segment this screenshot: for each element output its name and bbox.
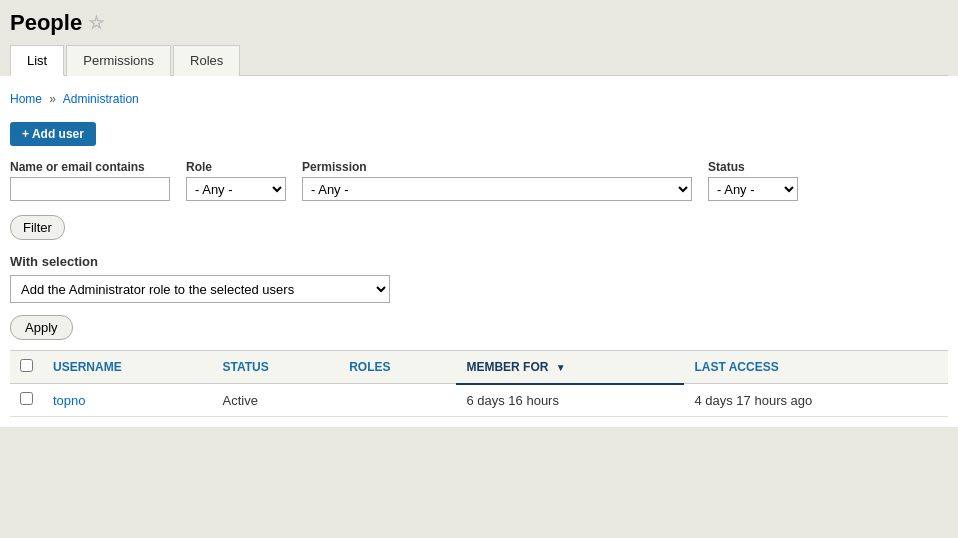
selection-row: Add the Administrator role to the select…: [10, 275, 948, 303]
breadcrumb: Home » Administration: [10, 86, 948, 112]
row-last-access-cell: 4 days 17 hours ago: [684, 384, 948, 417]
row-status-cell: Active: [213, 384, 340, 417]
table-header-member-for[interactable]: MEMBER FOR ▼: [456, 351, 684, 384]
row-username-cell: topno: [43, 384, 213, 417]
star-icon[interactable]: ☆: [88, 12, 104, 34]
add-user-button[interactable]: + Add user: [10, 122, 96, 146]
name-filter-label: Name or email contains: [10, 160, 170, 174]
status-filter-select[interactable]: - Any - Active Blocked: [708, 177, 798, 201]
table-header-last-access: LAST ACCESS: [684, 351, 948, 384]
permission-filter-field: Permission - Any -: [302, 160, 692, 201]
breadcrumb-section-link[interactable]: Administration: [63, 92, 139, 106]
tab-permissions[interactable]: Permissions: [66, 45, 171, 76]
status-filter-field: Status - Any - Active Blocked: [708, 160, 798, 201]
main-content: Home » Administration + Add user Name or…: [0, 76, 958, 427]
table-header-checkbox: [10, 351, 43, 384]
tabs-bar: List Permissions Roles: [10, 44, 948, 76]
table-head: USERNAME STATUS ROLES MEMBER FOR ▼ LAST …: [10, 351, 948, 384]
permission-filter-select[interactable]: - Any -: [302, 177, 692, 201]
table-row: topno Active 6 days 16 hours 4 days 17 h…: [10, 384, 948, 417]
page-title: People ☆: [10, 10, 948, 36]
select-all-checkbox[interactable]: [20, 359, 33, 372]
tab-roles[interactable]: Roles: [173, 45, 240, 76]
apply-button[interactable]: Apply: [10, 315, 73, 340]
users-table: USERNAME STATUS ROLES MEMBER FOR ▼ LAST …: [10, 350, 948, 417]
role-filter-label: Role: [186, 160, 286, 174]
sort-icon: ▼: [556, 362, 566, 373]
with-selection-label: With selection: [10, 254, 948, 269]
table-header-username: USERNAME: [43, 351, 213, 384]
page-title-text: People: [10, 10, 82, 36]
permission-filter-label: Permission: [302, 160, 692, 174]
row-member-for-cell: 6 days 16 hours: [456, 384, 684, 417]
name-filter-field: Name or email contains: [10, 160, 170, 201]
table-header-roles: ROLES: [339, 351, 456, 384]
role-filter-select[interactable]: - Any - Administrator Authenticated user: [186, 177, 286, 201]
filter-row: Name or email contains Role - Any - Admi…: [10, 160, 948, 201]
action-select[interactable]: Add the Administrator role to the select…: [10, 275, 390, 303]
table-header-row: USERNAME STATUS ROLES MEMBER FOR ▼ LAST …: [10, 351, 948, 384]
row-roles-cell: [339, 384, 456, 417]
row-checkbox-cell: [10, 384, 43, 417]
with-selection-section: With selection Add the Administrator rol…: [10, 254, 948, 340]
breadcrumb-separator: »: [49, 92, 56, 106]
username-link[interactable]: topno: [53, 393, 86, 408]
row-checkbox[interactable]: [20, 392, 33, 405]
status-filter-label: Status: [708, 160, 798, 174]
role-filter-field: Role - Any - Administrator Authenticated…: [186, 160, 286, 201]
name-filter-input[interactable]: [10, 177, 170, 201]
tab-list[interactable]: List: [10, 45, 64, 76]
breadcrumb-home-link[interactable]: Home: [10, 92, 45, 106]
page-header: People ☆ List Permissions Roles: [0, 0, 958, 76]
table-header-status: STATUS: [213, 351, 340, 384]
table-body: topno Active 6 days 16 hours 4 days 17 h…: [10, 384, 948, 417]
filter-button[interactable]: Filter: [10, 215, 65, 240]
filter-form: Name or email contains Role - Any - Admi…: [10, 160, 948, 240]
page-wrapper: People ☆ List Permissions Roles Home » A…: [0, 0, 958, 538]
